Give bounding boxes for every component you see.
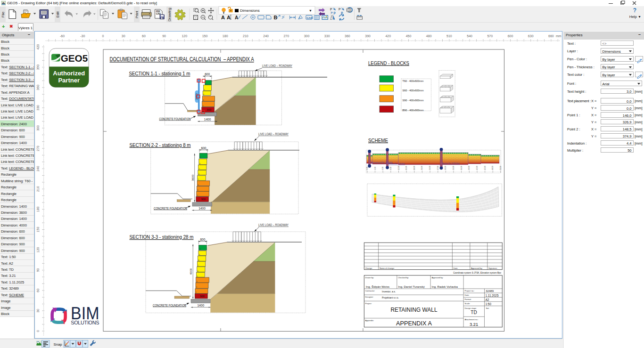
svg-text:A: A [235,15,238,20]
svg-text:3: 3 [203,99,204,101]
svg-text:360: 360 [36,85,40,90]
svg-text:LIVE LOAD – ROADWAY: LIVE LOAD – ROADWAY [258,223,289,227]
svg-text:660: 660 [548,34,554,38]
svg-text:600: 600 [201,146,206,150]
svg-text:Snap :: Snap : [54,342,65,347]
svg-text:450: 450 [406,34,412,38]
svg-text:SECTION 2-2 - stationing 8 m: SECTION 2-2 - stationing 8 m [130,142,191,148]
svg-text:TD: TD [471,310,477,315]
svg-text:p: p [331,11,333,14]
svg-text:600: 600 [200,238,205,241]
svg-text:600: 600 [205,73,210,76]
svg-text:210: 210 [36,186,40,192]
svg-text:Ing. Daniel Turanský: Ing. Daniel Turanský [398,285,425,288]
svg-text:Ing. Štěpán Weiss: Ing. Štěpán Weiss [366,285,389,288]
svg-text:LEGEND - BLOCKS: LEGEND - BLOCKS [368,60,409,66]
svg-text:Authorized: Authorized [53,70,85,77]
svg-text:210: 210 [243,34,248,38]
svg-text:Scale:: Scale: [465,302,471,305]
svg-text:420: 420 [385,34,391,38]
svg-text:CAD: CAD [307,16,314,19]
svg-text:3.21: 3.21 [470,322,478,327]
svg-text:4: 4 [203,94,204,96]
svg-text:4000: 4000 [190,268,193,275]
svg-text:Change:: Change: [365,267,373,269]
svg-text:3: 3 [198,189,198,191]
svg-text:9.00: 9.00 [390,167,392,170]
svg-text:390: 390 [365,34,371,38]
svg-text:Set:: Set: [486,307,489,309]
svg-text:p: p [334,11,336,15]
svg-text:12.00: 12.00 [398,166,400,170]
svg-text:S90 - 400x900mm: S90 - 400x900mm [403,99,424,102]
svg-text:630: 630 [528,34,534,38]
svg-text:9: 9 [199,254,200,256]
svg-text:Partner: Partner [58,77,80,84]
svg-text:8: 8 [198,259,199,261]
svg-text:270: 270 [36,146,40,151]
svg-text:510: 510 [446,34,452,38]
svg-text:24.00: 24.00 [429,166,431,170]
svg-text:Name of change:: Name of change: [380,267,395,269]
svg-text:1:50: 1:50 [486,302,492,306]
svg-text:3.00: 3.00 [374,167,376,170]
svg-text:0.00: 0.00 [366,167,368,170]
svg-text:-60: -60 [60,34,65,38]
svg-text:270: 270 [283,34,289,38]
svg-text:GEO5: GEO5 [61,53,88,64]
svg-text:6.00: 6.00 [382,167,384,170]
svg-text:5: 5 [197,275,198,277]
svg-text:36.00: 36.00 [461,166,462,170]
svg-text:60: 60 [142,34,146,38]
svg-text:2: 2 [203,105,204,107]
svg-text:180: 180 [223,34,228,38]
svg-text:2: 2 [197,194,198,196]
svg-text:180: 180 [36,206,40,212]
svg-text:330: 330 [36,105,40,111]
svg-text:Coordinate system S-JTSK, Elev: Coordinate system S-JTSK, Elevation syst… [453,272,502,274]
svg-text:1400: 1400 [197,304,204,307]
svg-text:Drawn by:: Drawn by: [365,276,374,279]
svg-text:Approved by:: Approved by: [471,267,483,269]
svg-text:p: p [341,10,343,15]
svg-text:Investor, a.s.: Investor, a.s. [382,290,396,293]
svg-text:CONCRETE FOUNDATION: CONCRETE FOUNDATION [153,304,186,307]
svg-text:30: 30 [36,309,40,313]
svg-text:SCHEME: SCHEME [368,138,388,143]
svg-text:900: 900 [200,295,204,298]
svg-text:Approved by:: Approved by: [432,276,444,279]
svg-text:-30: -30 [80,34,85,38]
svg-text:Designer:: Designer: [365,296,374,298]
svg-text:10: 10 [199,248,201,250]
svg-text:Attachment no.:: Attachment no.: [465,318,479,321]
svg-text:Date:: Date: [454,267,458,269]
svg-text:60: 60 [36,289,40,292]
svg-text:90: 90 [36,268,40,272]
svg-text:240: 240 [36,166,40,171]
svg-text:CONCRETE FOUNDATION: CONCRETE FOUNDATION [154,207,187,210]
svg-text:5: 5 [198,178,199,180]
svg-text:Projektant s.r.o.: Projektant s.r.o. [382,296,399,299]
svg-text:27.00: 27.00 [437,166,439,170]
svg-text:LIVE LOAD – ROADWAY: LIVE LOAD – ROADWAY [258,132,289,136]
svg-text:P: P [330,8,332,11]
svg-text:1400: 1400 [204,118,211,121]
svg-text:T60 - 400x600mm: T60 - 400x600mm [403,80,424,82]
svg-text:6: 6 [198,270,198,272]
svg-text:B90 - 400x900mm: B90 - 400x900mm [403,109,424,112]
svg-text:15.00: 15.00 [405,166,407,170]
svg-text:6: 6 [198,173,199,175]
svg-text:8: 8 [199,163,200,165]
svg-text:DOCUMENTATION OF STRUCTURAL CA: DOCUMENTATION OF STRUCTURAL CALCULATION … [110,56,254,63]
svg-text:45.00: 45.00 [484,166,486,170]
svg-text:240: 240 [263,34,269,38]
svg-text:Appendix:: Appendix: [365,319,374,322]
svg-text:7: 7 [199,168,200,170]
svg-text:RETAINING WALL: RETAINING WALL [391,306,438,313]
svg-text:4: 4 [198,184,198,186]
svg-text:51.00: 51.00 [500,166,502,170]
svg-text:A2: A2 [486,298,489,301]
svg-text:3600: 3600 [191,174,194,181]
svg-text:150: 150 [202,34,208,38]
svg-text:1: 1 [197,200,198,202]
